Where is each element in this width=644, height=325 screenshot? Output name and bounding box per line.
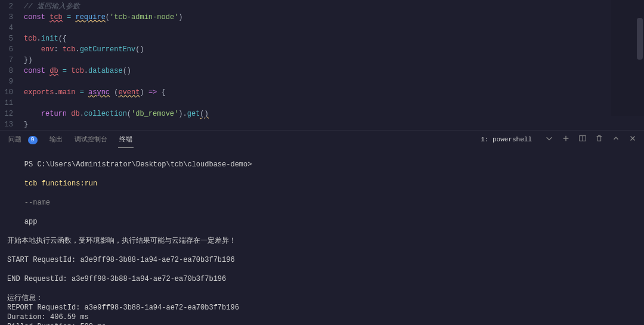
terminal-runtime-header: 运行信息： (7, 293, 637, 303)
tab-output[interactable]: 输出 (48, 131, 64, 147)
line-content[interactable]: env: tcb.getCurrentEnv() (24, 44, 644, 55)
panel-tab-bar: 问题 9 输出 调试控制台 终端 1: powershell (0, 130, 644, 148)
tab-terminal[interactable]: 终端 (118, 131, 134, 148)
terminal-warning: 开始本地执行云函数，受环境影响，执行结果可能与云端存在一定差异！ (7, 236, 637, 246)
terminal[interactable]: PS C:\Users\Administrator\Desktop\tcb\cl… (0, 148, 644, 325)
tab-problems-label: 问题 (8, 136, 21, 143)
line-content[interactable]: } (24, 119, 644, 130)
line-content[interactable]: tcb.init({ (24, 33, 644, 44)
editor-scrollbar[interactable] (637, 18, 643, 60)
line-content[interactable] (24, 98, 644, 109)
tab-problems[interactable]: 问题 9 (7, 131, 39, 148)
terminal-command: tcb functions:run (24, 179, 97, 188)
line-content[interactable]: // 返回输入参数 (24, 1, 644, 12)
terminal-start-line: START RequestId: a3e9ff98-3b88-1a94-ae72… (7, 255, 637, 265)
line-number: 5 (0, 33, 24, 44)
line-content[interactable]: }) (24, 55, 644, 66)
terminal-prompt-path: PS C:\Users\Administrator\Desktop\tcb\cl… (24, 160, 252, 169)
line-content[interactable]: const tcb = require('tcb-admin-node') (24, 12, 644, 23)
line-number: 10 (0, 87, 24, 98)
line-content[interactable]: const db = tcb.database() (24, 66, 644, 76)
terminal-end-line: END RequestId: a3e9ff98-3b88-1a94-ae72-e… (7, 274, 637, 284)
code-line[interactable]: 13} (0, 119, 644, 130)
terminal-flag: --name (24, 199, 50, 207)
close-panel-icon[interactable] (628, 134, 637, 145)
code-line[interactable]: 11 (0, 98, 644, 109)
line-number: 4 (0, 23, 24, 33)
new-terminal-icon[interactable] (562, 134, 570, 145)
code-line[interactable]: 12 return db.collection('db_remove').get… (0, 109, 644, 119)
code-line[interactable]: 4 (0, 23, 644, 33)
line-content[interactable]: exports.main = async (event) => { (24, 87, 644, 98)
code-line[interactable]: 5tcb.init({ (0, 33, 644, 44)
line-content[interactable]: return db.collection('db_remove').get() (24, 109, 644, 119)
code-line[interactable]: 10exports.main = async (event) => { (0, 87, 644, 98)
line-number: 3 (0, 12, 24, 23)
terminal-arg: app (24, 218, 38, 226)
maximize-panel-icon[interactable] (612, 134, 620, 145)
split-terminal-icon[interactable] (578, 134, 587, 145)
code-editor[interactable]: 2// 返回输入参数3const tcb = require('tcb-admi… (0, 0, 644, 130)
code-line[interactable]: 6 env: tcb.getCurrentEnv() (0, 44, 644, 55)
line-number: 6 (0, 44, 24, 55)
line-number: 12 (0, 109, 24, 119)
code-line[interactable]: 9 (0, 76, 644, 87)
code-line[interactable]: 8const db = tcb.database() (0, 66, 644, 76)
terminal-billed: Billed Duration: 500 ms (7, 322, 637, 325)
trash-icon[interactable] (595, 134, 603, 145)
chevron-down-icon[interactable] (545, 134, 553, 145)
terminal-selector[interactable]: 1: powershell (477, 135, 535, 144)
line-number: 11 (0, 98, 24, 109)
line-number: 7 (0, 55, 24, 66)
line-number: 2 (0, 1, 24, 12)
terminal-duration: Duration: 406.59 ms (7, 312, 637, 322)
code-line[interactable]: 3const tcb = require('tcb-admin-node') (0, 12, 644, 23)
terminal-report: REPORT RequestId: a3e9ff98-3b88-1a94-ae7… (7, 303, 637, 312)
line-content[interactable] (24, 76, 644, 87)
code-line[interactable]: 7}) (0, 55, 644, 66)
problems-count-badge: 9 (28, 136, 38, 144)
line-content[interactable] (24, 23, 644, 33)
code-line[interactable]: 2// 返回输入参数 (0, 1, 644, 12)
line-number: 8 (0, 66, 24, 76)
line-number: 13 (0, 119, 24, 130)
tab-debug-console[interactable]: 调试控制台 (73, 131, 109, 147)
line-number: 9 (0, 76, 24, 87)
